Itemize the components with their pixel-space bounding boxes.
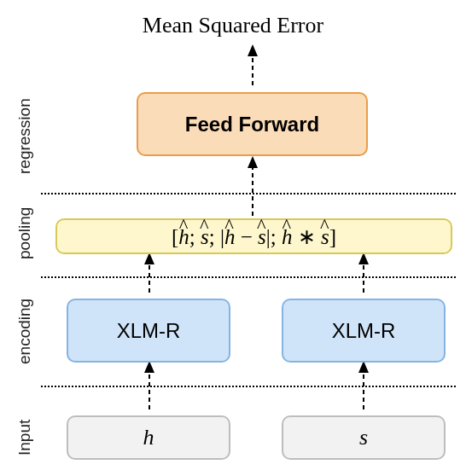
section-label-encoding: encoding (15, 299, 34, 364)
feed-forward-label: Feed Forward (185, 113, 319, 136)
encoder-right-label: XLM-R (332, 319, 396, 343)
pooling-box: [h; s; |h − s|; h ∗ s] (55, 218, 452, 254)
section-label-input: Input (15, 420, 34, 456)
input-h-label: h (143, 425, 154, 450)
divider-encoding-input (41, 386, 456, 387)
input-s-box: s (282, 415, 446, 460)
encoder-right-box: XLM-R (282, 299, 446, 363)
input-h-box: h (67, 415, 230, 460)
input-s-label: s (359, 425, 368, 450)
divider-regression-pooling (41, 193, 456, 194)
feed-forward-box: Feed Forward (137, 92, 368, 156)
encoder-left-box: XLM-R (67, 299, 230, 363)
encoder-left-label: XLM-R (117, 319, 181, 343)
section-label-pooling: pooling (15, 207, 34, 259)
pooling-formula: [h; s; |h − s|; h ∗ s] (172, 224, 336, 249)
divider-pooling-encoding (41, 276, 456, 278)
section-label-regression: regression (15, 98, 34, 174)
